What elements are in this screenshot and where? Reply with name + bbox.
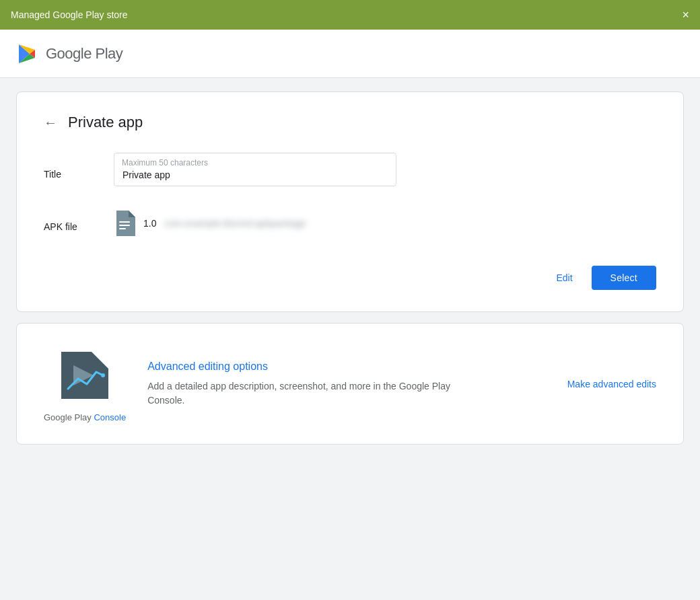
gpc-label: Google Play Console: [44, 412, 126, 422]
gp-logo: Google Play: [16, 42, 123, 66]
title-bar-text: Managed Google Play store: [11, 9, 128, 20]
title-label: Title: [44, 153, 98, 180]
advanced-info: Advanced editing options Add a detailed …: [147, 361, 546, 408]
title-input-hint: Maximum 50 characters: [122, 158, 208, 167]
advanced-editing-description: Add a detailed app description, screensh…: [147, 379, 457, 408]
google-play-icon: [16, 42, 40, 66]
title-bar: Managed Google Play store ×: [0, 0, 700, 30]
back-arrow-icon: ←: [44, 115, 57, 130]
title-form-row: Title Maximum 50 characters: [44, 153, 656, 186]
page-header: ← Private app: [44, 114, 656, 131]
close-button[interactable]: ×: [682, 9, 689, 21]
apk-filename: com.example.blurred.apkpackage: [164, 218, 306, 229]
main-content: ← Private app Title Maximum 50 character…: [0, 78, 700, 600]
edit-button[interactable]: Edit: [548, 267, 580, 289]
actions-row: Edit Select: [44, 255, 656, 290]
advanced-editing-title[interactable]: Advanced editing options: [147, 361, 546, 373]
make-advanced-edits-link[interactable]: Make advanced edits: [567, 379, 656, 389]
title-input-wrapper: Maximum 50 characters: [114, 153, 396, 186]
google-play-console-icon: [55, 345, 115, 406]
gpc-label-part1: Google Play: [44, 412, 92, 422]
gp-header: Google Play: [0, 30, 700, 78]
svg-rect-1: [119, 225, 130, 226]
apk-field-wrapper: 1.0 com.example.blurred.apkpackage: [114, 205, 656, 236]
apk-form-row: APK file 1.0 com.example.blurred.apkpack…: [44, 205, 656, 236]
select-button[interactable]: Select: [592, 266, 656, 290]
page-title: Private app: [68, 114, 143, 131]
apk-version: 1.0: [143, 218, 156, 229]
gpc-label-part2: Console: [94, 412, 126, 422]
svg-rect-2: [119, 228, 126, 229]
svg-point-3: [101, 373, 105, 377]
title-field-wrapper: Maximum 50 characters: [114, 153, 656, 186]
gpc-logo-area: Google Play Console: [44, 345, 126, 422]
svg-rect-0: [119, 221, 130, 223]
google-play-logo-text: Google Play: [46, 45, 123, 63]
file-icon: [114, 211, 135, 236]
apk-label: APK file: [44, 205, 98, 232]
private-app-card: ← Private app Title Maximum 50 character…: [16, 91, 684, 312]
advanced-editing-card: Google Play Console Advanced editing opt…: [16, 323, 684, 445]
back-button[interactable]: ←: [44, 115, 57, 130]
apk-row: 1.0 com.example.blurred.apkpackage: [114, 205, 656, 236]
